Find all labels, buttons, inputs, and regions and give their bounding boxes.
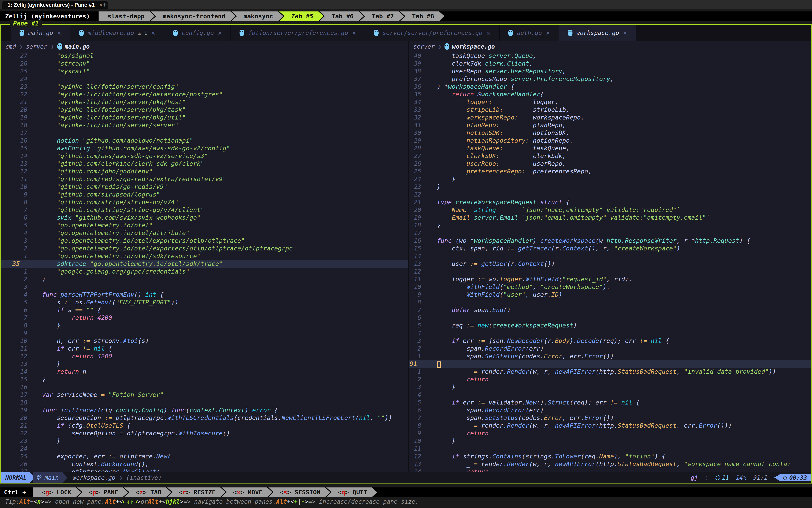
code-line[interactable]: 40 taskQueue server.Queue,: [409, 52, 811, 60]
buffer-tab-config-go[interactable]: config.go×: [164, 25, 231, 41]
code-line[interactable]: 20 Name string `json:"name,omitempty" va…: [409, 206, 811, 214]
code-line[interactable]: 27 "os/signal": [1, 52, 408, 60]
keybind-pane[interactable]: <p> PANE: [77, 488, 128, 497]
code-line[interactable]: 13 }: [1, 360, 408, 368]
code-line[interactable]: 5 req := new(createWorkspaceRequest): [409, 322, 811, 329]
buffer-tab-server-server-preferences-go[interactable]: server/server/preferences.go×: [365, 25, 499, 41]
code-line[interactable]: 15}: [1, 376, 408, 383]
code-line[interactable]: 3 "go.opentelemetry.io/otel/exporters/ot…: [1, 237, 408, 245]
code-line[interactable]: 14 return: [409, 468, 811, 472]
code-line[interactable]: 10 n, err := strconv.Atoi(s): [1, 337, 408, 345]
code-line[interactable]: 19func initTracer(cfg config.Config) fun…: [1, 406, 408, 414]
code-line[interactable]: 6 span.RecordError(err): [409, 406, 811, 414]
code-line[interactable]: 28 taskQueue: taskQueue,: [409, 144, 811, 152]
code-line[interactable]: 34 logger: logger,: [409, 98, 811, 106]
code-line[interactable]: 10 "github.com/redis/go-redis/v9": [1, 183, 408, 190]
code-line[interactable]: 17var serviceName = "Fotion Server": [1, 391, 408, 398]
code-line[interactable]: 35 return &workspaceHandler{: [409, 90, 811, 98]
code-line[interactable]: 31 planRepo: planRepo,: [409, 121, 811, 129]
close-icon[interactable]: ×: [99, 2, 102, 8]
code-line[interactable]: 2 return: [409, 376, 811, 383]
code-line[interactable]: 9: [1, 329, 408, 337]
code-line[interactable]: 12: [409, 268, 811, 275]
close-icon[interactable]: ×: [623, 29, 627, 37]
code-line[interactable]: 12 if strings.Contains(strings.ToLower(r…: [409, 453, 811, 460]
code-line[interactable]: 22 secureOption = otlptracegrpc.WithInse…: [1, 429, 408, 437]
code-line[interactable]: 25 preferencesRepo: preferencesRepo,: [409, 168, 811, 175]
code-line[interactable]: 10 WithField("method", "createWorkspace"…: [409, 283, 811, 291]
code-line[interactable]: 19 Email server.Email `json:"email,omite…: [409, 214, 811, 221]
code-line[interactable]: 23}: [409, 183, 811, 190]
code-line[interactable]: 24: [1, 75, 408, 83]
close-icon[interactable]: ×: [218, 29, 222, 37]
keybind-move[interactable]: <x> MOVE: [222, 488, 272, 497]
code-line[interactable]: 12 "github.com/joho/godotenv": [1, 168, 408, 175]
code-line[interactable]: 14: [409, 252, 811, 260]
code-line[interactable]: 9 "github.com/sirupsen/logrus": [1, 190, 408, 198]
code-line[interactable]: 2 span.RecordError(err): [409, 345, 811, 352]
code-line[interactable]: 17: [1, 129, 408, 137]
code-line[interactable]: 4: [409, 391, 811, 398]
code-line[interactable]: 7 span.SetStatus(codes.Error, err.Error(…: [409, 414, 811, 422]
code-line[interactable]: 11 if err != nil {: [1, 345, 408, 352]
code-line[interactable]: 18: [1, 398, 408, 406]
breadcrumb-file[interactable]: main.go: [57, 43, 90, 50]
close-icon[interactable]: ×: [57, 29, 61, 37]
code-line[interactable]: 4 "go.opentelemetry.io/otel/attribute": [1, 229, 408, 237]
keybind-quit[interactable]: <q> QUIT: [326, 488, 377, 497]
code-line[interactable]: 22 "ayinke-llc/fotion/server/datastore/p…: [1, 90, 408, 98]
code-line[interactable]: 6 if s == "" {: [1, 306, 408, 314]
code-line[interactable]: 23 "ayinke-llc/fotion/server/config": [1, 83, 408, 90]
code-line[interactable]: 29 notionRepository: notionRepo,: [409, 137, 811, 144]
close-icon[interactable]: ×: [352, 29, 356, 37]
close-icon[interactable]: ×: [546, 29, 550, 37]
code-line[interactable]: 12 return 4200: [1, 352, 408, 360]
code-line[interactable]: 16 notion "github.com/adelowo/notionapi": [1, 137, 408, 144]
code-line[interactable]: 16func (wo *workspaceHandler) createWork…: [409, 237, 811, 245]
code-line[interactable]: 14 "github.com/aws/aws-sdk-go-v2/service…: [1, 152, 408, 160]
zellij-tab-tab-5[interactable]: Tab #5: [279, 11, 324, 21]
code-line[interactable]: 14 return n: [1, 368, 408, 376]
code-line[interactable]: 10 }: [409, 437, 811, 445]
code-line[interactable]: 39 clerkSdk clerk.Client,: [409, 60, 811, 67]
code-line[interactable]: 5 s := os.Getenv(("ENV_HTTP_PORT")): [1, 298, 408, 306]
code-line[interactable]: 22: [409, 190, 811, 198]
keybind-lock[interactable]: <g> LOCK: [33, 488, 81, 497]
terminal-tab[interactable]: 1: Zellij (ayinkeventures) - Pane #1 ×: [2, 1, 107, 9]
code-line[interactable]: 3 }: [409, 383, 811, 391]
keybind-tab[interactable]: <z> TAB: [124, 488, 171, 497]
code-line[interactable]: 21type createWorkspaceRequest struct {: [409, 198, 811, 206]
code-line[interactable]: 6 svix "github.com/svix/svix-webhooks/go…: [1, 214, 408, 221]
code-line[interactable]: 1 "google.golang.org/grpc/credentials": [1, 268, 408, 275]
code-line[interactable]: 7 "github.com/stripe/stripe-go/v74/clien…: [1, 206, 408, 214]
code-line[interactable]: 24: [1, 445, 408, 453]
keybind-session[interactable]: <s> SESSION: [268, 488, 330, 497]
code-line[interactable]: 38 userRepo server.UserRepository,: [409, 67, 811, 75]
code-line[interactable]: 16: [1, 383, 408, 391]
code-line[interactable]: 2): [1, 275, 408, 283]
code-line[interactable]: 3 if err := json.NewDecoder(r.Body).Deco…: [409, 337, 811, 345]
code-line[interactable]: 11 "github.com/redis/go-redis/extra/redi…: [1, 175, 408, 183]
code-line[interactable]: 9 return: [409, 429, 811, 437]
code-line[interactable]: 18}: [409, 221, 811, 229]
buffer-tab-auth-go[interactable]: auth.go×: [500, 25, 559, 41]
code-line[interactable]: 5 if err := validator.New().Struct(req);…: [409, 398, 811, 406]
code-line[interactable]: 26 context.Background(),: [1, 460, 408, 468]
code-line[interactable]: 19 "ayinke-llc/fotion/server/pkg/util": [1, 114, 408, 121]
code-line[interactable]: 6: [409, 314, 811, 322]
code-line[interactable]: 1 _ = render.Render(w, r, newAPIError(ht…: [409, 368, 811, 376]
breadcrumb-item[interactable]: server: [413, 43, 435, 50]
zellij-tab-tab-6[interactable]: Tab #6: [319, 11, 364, 21]
code-line[interactable]: 13 "github.com/clerkinc/clerk-sdk-go/cle…: [1, 160, 408, 168]
code-line[interactable]: 8 }: [1, 322, 408, 329]
code-line[interactable]: 91: [409, 360, 811, 368]
code-line[interactable]: 18 "ayinke-llc/fotion/server/server": [1, 121, 408, 129]
code-line[interactable]: 36) *workspaceHandler {: [409, 83, 811, 90]
code-line[interactable]: 17: [409, 229, 811, 237]
left-code-pane[interactable]: 27 "os/signal"26 "strconv"25 "syscall"24…: [1, 52, 408, 472]
code-line[interactable]: 26 userRepo: userRepo,: [409, 160, 811, 168]
code-line[interactable]: 8: [409, 298, 811, 306]
buffer-tab-fotion-server-preferences-go[interactable]: fotion/server/preferences.go×: [231, 25, 365, 41]
breadcrumb-file[interactable]: workspace.go: [445, 43, 495, 50]
code-line[interactable]: 1 "go.opentelemetry.io/otel/sdk/resource…: [1, 252, 408, 260]
